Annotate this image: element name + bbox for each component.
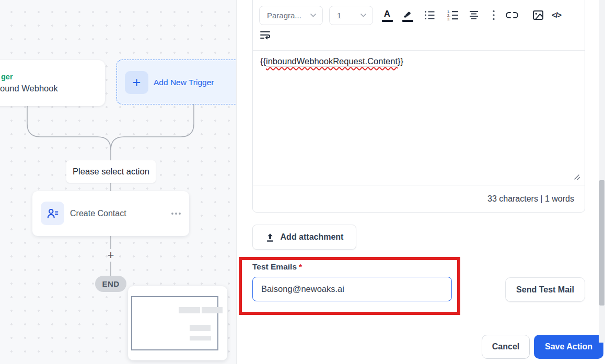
- minimap-bar: [179, 307, 200, 313]
- more-options-button[interactable]: [486, 9, 502, 26]
- save-action-label: Save Action: [545, 342, 592, 351]
- save-action-button[interactable]: Save Action: [534, 335, 603, 359]
- end-node-badge: END: [95, 276, 126, 292]
- paragraph-format-value: Paragra...: [267, 11, 310, 20]
- minimap-bar: [190, 336, 211, 340]
- font-color-button[interactable]: A: [379, 9, 395, 26]
- workflow-canvas[interactable]: ger ound Webhook + Add New Trigger Pleas…: [0, 0, 237, 364]
- rich-text-editor: Paragra... 1 A: [252, 0, 585, 213]
- merge-tag-open: {{: [260, 56, 266, 66]
- text-align-button[interactable]: [466, 9, 482, 26]
- text-wrap-button[interactable]: [259, 29, 273, 41]
- merge-tag-close: }}: [398, 56, 403, 66]
- svg-text:3.: 3.: [447, 17, 450, 21]
- test-emails-label: Test Emails*: [252, 262, 302, 272]
- chevron-down-icon: [310, 14, 316, 17]
- panel-scrollbar[interactable]: [599, 0, 605, 343]
- create-contact-label: Create Contact: [70, 191, 126, 236]
- trigger-name-label: ound Webhook: [0, 84, 58, 93]
- minimap-card: [128, 286, 227, 360]
- minimap-bar: [202, 307, 223, 313]
- upload-icon: [265, 232, 275, 242]
- trigger-type-label: ger: [1, 73, 13, 81]
- bullet-list-button[interactable]: [422, 9, 437, 26]
- highlight-underbar: [402, 20, 413, 22]
- chevron-down-icon: [360, 14, 366, 17]
- font-size-value: 1: [337, 11, 360, 20]
- add-step-plus-icon[interactable]: +: [104, 249, 117, 262]
- bullet-list-icon: [424, 9, 436, 21]
- merge-tag-variable: inboundWebhookRequest.Content: [266, 56, 398, 66]
- text-wrap-icon: [259, 29, 272, 41]
- insert-code-button[interactable]: </>: [549, 9, 564, 26]
- highlighter-icon: [402, 9, 413, 19]
- minimap-frame: [131, 296, 218, 350]
- highlight-color-button[interactable]: [400, 9, 415, 26]
- font-color-underbar: [382, 20, 393, 22]
- send-test-mail-label: Send Test Mail: [516, 285, 574, 295]
- ordered-list-icon: 1. 2. 3.: [447, 9, 459, 21]
- font-color-icon: A: [384, 9, 390, 19]
- inbound-webhook-trigger-card[interactable]: ger ound Webhook: [0, 60, 105, 106]
- link-icon: [505, 9, 519, 21]
- editor-stats-bar: 33 characters | 1 words: [253, 185, 585, 212]
- add-new-trigger-button[interactable]: + Add New Trigger: [117, 60, 237, 104]
- minimap-bar: [190, 325, 211, 331]
- paragraph-format-select[interactable]: Paragra...: [259, 6, 323, 25]
- ordered-list-button[interactable]: 1. 2. 3.: [445, 9, 461, 26]
- add-attachment-label: Add attachment: [281, 232, 344, 242]
- toolbar-divider: [253, 50, 585, 51]
- plus-icon: +: [125, 71, 148, 94]
- vertical-ellipsis-icon: [492, 9, 495, 21]
- add-attachment-button[interactable]: Add attachment: [252, 225, 356, 250]
- card-menu-ellipsis-icon[interactable]: [170, 191, 182, 236]
- insert-link-button[interactable]: [504, 9, 520, 26]
- cancel-label: Cancel: [492, 342, 519, 351]
- please-select-action-label: Please select action: [66, 160, 156, 183]
- contact-icon: [41, 202, 64, 225]
- align-icon: [468, 9, 480, 21]
- svg-text:2.: 2.: [447, 14, 450, 17]
- create-contact-action-card[interactable]: Create Contact: [32, 191, 189, 236]
- insert-image-button[interactable]: [530, 9, 546, 26]
- workflow-editor-screen: ger ound Webhook + Add New Trigger Pleas…: [0, 0, 605, 364]
- required-asterisk: *: [299, 262, 302, 271]
- image-icon: [532, 9, 544, 21]
- svg-text:1.: 1.: [447, 10, 450, 14]
- cancel-button[interactable]: Cancel: [482, 335, 530, 359]
- test-emails-input[interactable]: [252, 277, 452, 301]
- send-test-mail-button[interactable]: Send Test Mail: [505, 277, 585, 302]
- scrollbar-thumb[interactable]: [599, 180, 604, 306]
- font-size-select[interactable]: 1: [329, 6, 373, 25]
- code-icon: </>: [552, 9, 561, 21]
- email-body-editor[interactable]: {{inboundWebhookRequest.Content}}: [260, 55, 577, 67]
- character-word-count: 33 characters | 1 words: [487, 194, 574, 204]
- email-action-panel: Paragra... 1 A: [237, 0, 605, 364]
- resize-handle-icon[interactable]: [573, 173, 581, 183]
- add-new-trigger-label: Add New Trigger: [154, 60, 214, 105]
